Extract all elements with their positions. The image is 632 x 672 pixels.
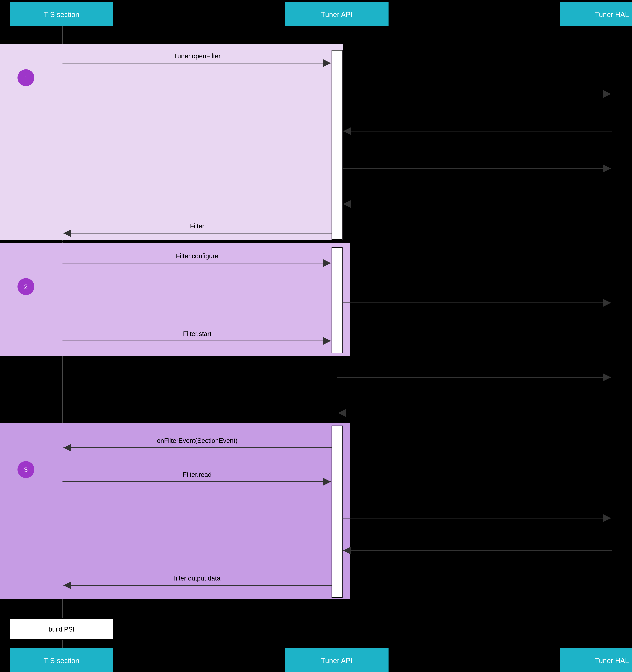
lifeline-hal-label-bottom: Tuner HAL	[595, 656, 629, 665]
lifeline-api-label-bottom: Tuner API	[321, 656, 353, 665]
msg-filter-start: Filter.start	[183, 330, 212, 337]
activation-api-1	[332, 50, 342, 240]
lifeline-api-label-top: Tuner API	[321, 10, 353, 19]
sequence-diagram: 1 2 3 Tuner.openFilter Filter Filter.con…	[0, 0, 632, 672]
activation-api-3	[332, 426, 342, 598]
step-2-region	[0, 243, 350, 356]
msg-open-filter: Tuner.openFilter	[174, 52, 221, 59]
lifeline-hal-label-top: Tuner HAL	[595, 10, 629, 19]
step-1-region	[0, 44, 343, 240]
step-num-3: 3	[24, 466, 28, 473]
lifeline-tis-label-bottom: TIS section	[44, 656, 79, 665]
lifeline-tis-label-top: TIS section	[44, 10, 79, 19]
msg-filter-output: filter output data	[174, 575, 221, 582]
msg-filter-configure: Filter.configure	[176, 253, 218, 260]
step-3-region	[0, 423, 350, 599]
step-num-2: 2	[24, 283, 28, 290]
step-num-1: 1	[24, 74, 28, 81]
msg-filter: Filter	[190, 222, 204, 230]
msg-on-filter-event: onFilterEvent(SectionEvent)	[157, 437, 238, 444]
msg-filter-read: Filter.read	[183, 471, 212, 478]
activation-api-2	[332, 248, 342, 353]
note-build-psi: build PSI	[49, 626, 74, 633]
